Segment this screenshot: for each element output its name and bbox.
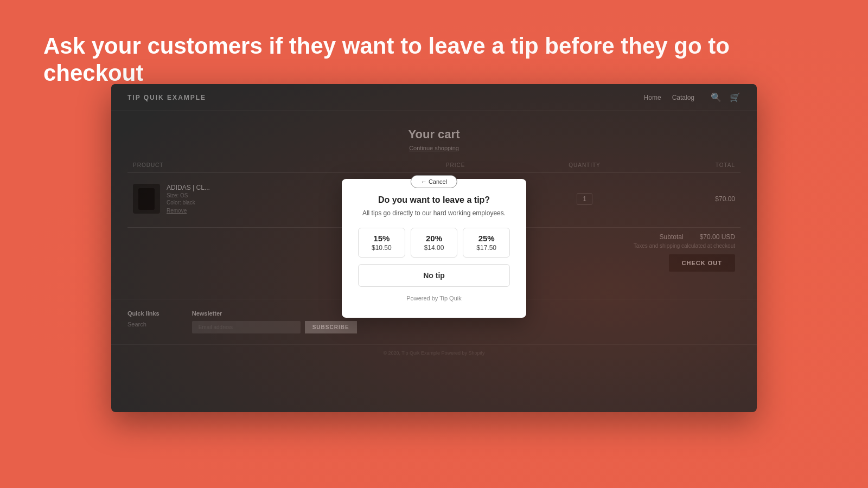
tip-option-25[interactable]: 25% $17.50 [463, 228, 510, 258]
tip-option-15[interactable]: 15% $10.50 [358, 228, 405, 258]
store-window: TIP QUIK EXAMPLE Home Catalog 🔍 🛒 Your c… [111, 84, 757, 412]
tip-options: 15% $10.50 20% $14.00 25% $17.50 [358, 228, 510, 258]
cancel-button[interactable]: ← Cancel [411, 175, 457, 188]
tip-amount-25: $17.50 [468, 244, 505, 252]
tip-option-20[interactable]: 20% $14.00 [411, 228, 458, 258]
tip-amount-15: $10.50 [363, 244, 400, 252]
tip-percent-25: 25% [468, 234, 505, 243]
modal-overlay: ← Cancel Do you want to leave a tip? All… [111, 84, 757, 412]
tip-amount-20: $14.00 [416, 244, 453, 252]
powered-by: Powered by Tip Quik [358, 295, 510, 301]
tip-modal: Do you want to leave a tip? All tips go … [342, 179, 526, 318]
no-tip-button[interactable]: No tip [358, 264, 510, 287]
modal-title: Do you want to leave a tip? [358, 195, 510, 205]
tip-percent-15: 15% [363, 234, 400, 243]
tip-percent-20: 20% [416, 234, 453, 243]
modal-subtitle: All tips go directly to our hard working… [358, 209, 510, 217]
page-headline: Ask your customers if they want to leave… [43, 33, 825, 87]
